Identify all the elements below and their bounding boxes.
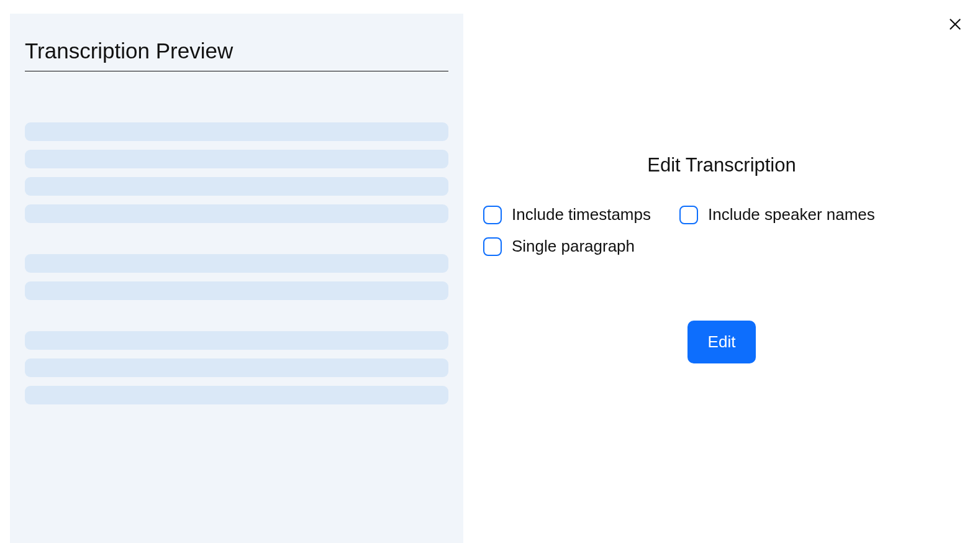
option-single-paragraph: Single paragraph	[483, 237, 635, 256]
placeholder-line	[25, 386, 448, 404]
checkbox-single-paragraph[interactable]	[483, 237, 502, 256]
transcription-preview-panel: Transcription Preview	[10, 14, 463, 543]
placeholder-paragraph	[25, 331, 448, 404]
checkbox-include-timestamps[interactable]	[483, 206, 502, 224]
edit-title: Edit Transcription	[476, 154, 968, 176]
option-label: Single paragraph	[512, 237, 635, 256]
close-button[interactable]	[945, 15, 965, 35]
options-container: Include timestamps Include speaker names…	[476, 205, 968, 256]
placeholder-line	[25, 204, 448, 223]
close-icon	[947, 16, 963, 34]
placeholder-paragraph	[25, 122, 448, 223]
preview-title: Transcription Preview	[25, 39, 448, 71]
checkbox-include-speaker-names[interactable]	[679, 206, 698, 224]
option-include-timestamps: Include timestamps	[483, 205, 651, 224]
dialog-container: Transcription Preview	[0, 0, 980, 543]
placeholder-line	[25, 358, 448, 377]
placeholder-line	[25, 150, 448, 168]
option-include-speaker-names: Include speaker names	[679, 205, 875, 224]
placeholder-line	[25, 281, 448, 300]
placeholder-line	[25, 177, 448, 196]
option-label: Include speaker names	[708, 205, 875, 224]
placeholder-line	[25, 331, 448, 350]
placeholder-line	[25, 122, 448, 141]
placeholder-paragraph	[25, 254, 448, 300]
placeholder-line	[25, 254, 448, 273]
transcription-placeholder-content	[25, 122, 448, 404]
edit-panel: Edit Transcription Include timestamps In…	[463, 0, 980, 543]
edit-button[interactable]: Edit	[687, 321, 756, 363]
option-label: Include timestamps	[512, 205, 651, 224]
